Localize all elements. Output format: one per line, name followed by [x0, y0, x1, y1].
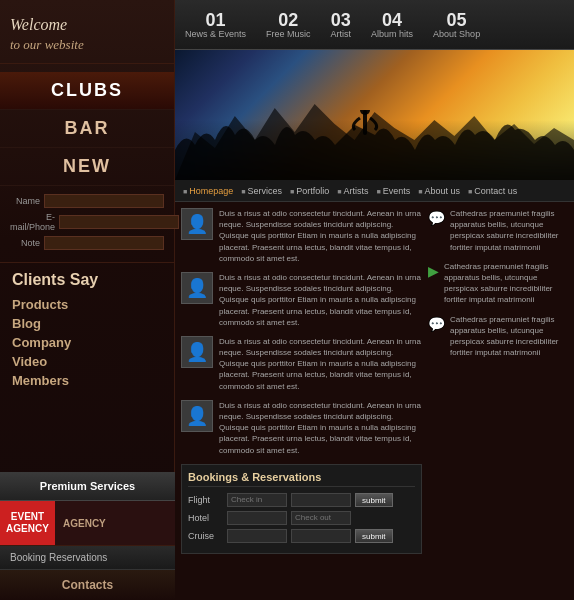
event-red-box: EVENT AGENCY — [0, 501, 55, 545]
event-line2: AGENCY — [6, 523, 49, 534]
top-nav-music[interactable]: 02 Free Music — [266, 11, 311, 39]
form-row-email: E-mail/Phone — [10, 212, 164, 232]
products-link[interactable]: Products — [12, 295, 162, 314]
top-nav-num-1: 01 — [206, 11, 226, 29]
logo-welcome: Welcometo our website — [10, 15, 164, 53]
email-label: E-mail/Phone — [10, 212, 55, 232]
right-text-3: Cathedras praemuniet fragilis apparatus … — [450, 314, 568, 359]
agency-label: Agency — [55, 512, 114, 535]
bookings-title: Bookings & Reservations — [188, 471, 415, 487]
video-link[interactable]: Video — [12, 352, 162, 371]
top-nav-label-4: Album hits — [371, 29, 413, 39]
clients-title: Clients Say — [12, 271, 162, 289]
cruise-submit[interactable]: submit — [355, 529, 393, 543]
bookings-section: Bookings & Reservations Flight submit Ho… — [181, 464, 422, 554]
top-nav-label-5: About Shop — [433, 29, 480, 39]
top-nav-label-3: Artist — [331, 29, 352, 39]
top-nav: 01 News & Events 02 Free Music 03 Artist… — [175, 0, 574, 50]
avatar-4: 👤 — [181, 400, 213, 432]
person-icon-3: 👤 — [186, 341, 208, 363]
article-item: 👤 Duis a risus at odio consectetur tinci… — [181, 208, 422, 264]
person-icon-4: 👤 — [186, 405, 208, 427]
logo-sub: to our website — [10, 37, 84, 52]
articles-column: 👤 Duis a risus at odio consectetur tinci… — [181, 208, 422, 594]
event-line1: EVENT — [11, 511, 44, 522]
contacts-label: Contacts — [62, 578, 113, 592]
sub-nav: Homepage Services Portfolio Artists Even… — [175, 180, 574, 202]
sub-nav-events[interactable]: Events — [377, 184, 411, 198]
person-icon-1: 👤 — [186, 213, 208, 235]
sidebar-item-new[interactable]: NEW — [0, 148, 174, 186]
cruise-label: Cruise — [188, 531, 223, 541]
right-text-2: Cathedras praemuniet fragilis apparatus … — [444, 261, 568, 306]
premium-label: Premium Services — [40, 480, 135, 492]
sidebar-item-bar[interactable]: BAR — [0, 110, 174, 148]
top-nav-num-2: 02 — [278, 11, 298, 29]
top-nav-artist[interactable]: 03 Artist — [331, 11, 352, 39]
sub-nav-homepage[interactable]: Homepage — [183, 184, 233, 198]
note-input[interactable] — [44, 236, 164, 250]
right-text-1: Cathedras praemuniet fragilis apparatus … — [450, 208, 568, 253]
sub-nav-services[interactable]: Services — [241, 184, 282, 198]
booking-row-cruise: Cruise submit — [188, 529, 415, 543]
main-content: 👤 Duis a risus at odio consectetur tinci… — [175, 202, 574, 600]
contact-form: Name E-mail/Phone Note — [0, 186, 174, 263]
sidebar-nav: CLUBS BAR NEW — [0, 72, 174, 186]
play-icon: ▶ — [428, 263, 439, 279]
top-nav-label-1: News & Events — [185, 29, 246, 39]
name-label: Name — [10, 196, 40, 206]
article-text-1: Duis a risus at odio consectetur tincidu… — [219, 208, 422, 264]
form-row-name: Name — [10, 194, 164, 208]
email-input[interactable] — [59, 215, 179, 229]
booking-label: Booking Reservations — [10, 552, 107, 563]
premium-button[interactable]: Premium Services — [0, 472, 175, 501]
members-link[interactable]: Members — [12, 371, 162, 390]
comment-icon-2: 💬 — [428, 316, 445, 332]
flight-submit[interactable]: submit — [355, 493, 393, 507]
article-item-4: 👤 Duis a risus at odio consectetur tinci… — [181, 400, 422, 456]
bottom-buttons: Premium Services EVENT AGENCY Agency Boo… — [0, 472, 175, 600]
right-column: 💬 Cathedras praemuniet fragilis apparatu… — [428, 208, 568, 594]
article-text-3: Duis a risus at odio consectetur tincidu… — [219, 336, 422, 392]
name-input[interactable] — [44, 194, 164, 208]
checkin-input[interactable] — [227, 493, 287, 507]
contacts-button[interactable]: Contacts — [0, 570, 175, 600]
avatar-1: 👤 — [181, 208, 213, 240]
hotel-label: Hotel — [188, 513, 223, 523]
company-link[interactable]: Company — [12, 333, 162, 352]
right-card-2: ▶ Cathedras praemuniet fragilis apparatu… — [428, 261, 568, 306]
booking-button[interactable]: Booking Reservations — [0, 546, 175, 570]
svg-point-1 — [360, 110, 370, 115]
person-icon-2: 👤 — [186, 277, 208, 299]
logo-area: Welcometo our website — [0, 0, 174, 64]
top-nav-shop[interactable]: 05 About Shop — [433, 11, 480, 39]
cruise-input1[interactable] — [227, 529, 287, 543]
top-nav-num-5: 05 — [447, 11, 467, 29]
flight-label: Flight — [188, 495, 223, 505]
avatar-2: 👤 — [181, 272, 213, 304]
blog-link[interactable]: Blog — [12, 314, 162, 333]
sidebar: Welcometo our website CLUBS BAR NEW Name… — [0, 0, 175, 600]
right-card-3: 💬 Cathedras praemuniet fragilis apparatu… — [428, 314, 568, 359]
flight-input2[interactable] — [291, 493, 351, 507]
hotel-input1[interactable] — [227, 511, 287, 525]
sub-nav-about[interactable]: About us — [418, 184, 460, 198]
event-agency-button[interactable]: EVENT AGENCY Agency — [0, 501, 175, 546]
top-nav-news[interactable]: 01 News & Events — [185, 11, 246, 39]
top-nav-album[interactable]: 04 Album hits — [371, 11, 413, 39]
top-nav-num-4: 04 — [382, 11, 402, 29]
checkout-input[interactable] — [291, 511, 351, 525]
booking-row-hotel: Hotel — [188, 511, 415, 525]
article-item-3: 👤 Duis a risus at odio consectetur tinci… — [181, 336, 422, 392]
sub-nav-artists[interactable]: Artists — [337, 184, 368, 198]
right-card-1: 💬 Cathedras praemuniet fragilis apparatu… — [428, 208, 568, 253]
sub-nav-contact[interactable]: Contact us — [468, 184, 517, 198]
clients-section: Clients Say Products Blog Company Video … — [0, 263, 174, 398]
sub-nav-portfolio[interactable]: Portfolio — [290, 184, 329, 198]
booking-row-flight: Flight submit — [188, 493, 415, 507]
avatar-3: 👤 — [181, 336, 213, 368]
form-row-note: Note — [10, 236, 164, 250]
cruise-input2[interactable] — [291, 529, 351, 543]
sidebar-item-clubs[interactable]: CLUBS — [0, 72, 174, 110]
hero-image — [175, 50, 574, 180]
